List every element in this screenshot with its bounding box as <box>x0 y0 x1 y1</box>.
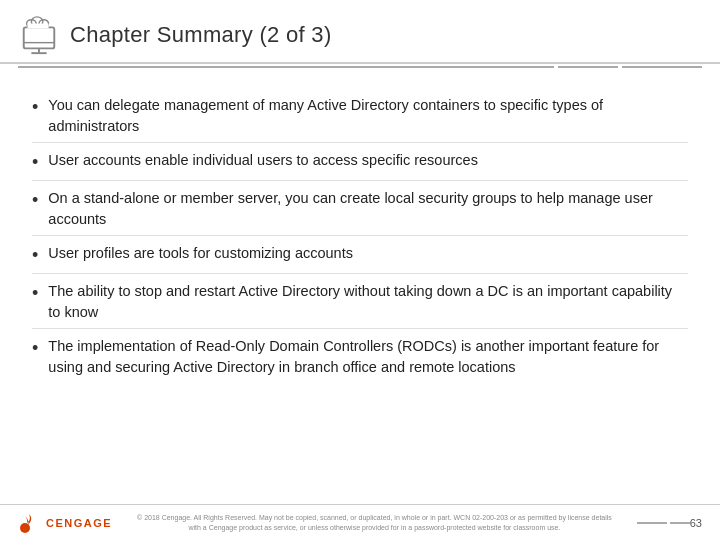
bullet-dot: • <box>32 335 38 361</box>
bullet-text: On a stand-alone or member server, you c… <box>48 188 688 230</box>
slide-footer: CENGAGE © 2018 Cengage. All Rights Reser… <box>0 504 720 540</box>
list-item: • The implementation of Read-Only Domain… <box>32 329 688 383</box>
svg-point-8 <box>20 523 30 533</box>
page-title: Chapter Summary (2 of 3) <box>70 22 332 48</box>
bullet-text: The ability to stop and restart Active D… <box>48 281 688 323</box>
bullet-text: You can delegate management of many Acti… <box>48 95 688 137</box>
slide-container: Chapter Summary (2 of 3) • You can deleg… <box>0 0 720 540</box>
footer-decoration <box>637 522 690 524</box>
page-number: 63 <box>690 517 702 529</box>
bullet-text: User accounts enable individual users to… <box>48 150 688 171</box>
bullet-dot: • <box>32 187 38 213</box>
list-item: • User profiles are tools for customizin… <box>32 236 688 274</box>
slide-header: Chapter Summary (2 of 3) <box>0 0 720 64</box>
bullet-dot: • <box>32 242 38 268</box>
bullet-text: User profiles are tools for customizing … <box>48 243 688 264</box>
list-item: • The ability to stop and restart Active… <box>32 274 688 329</box>
bullet-dot: • <box>32 149 38 175</box>
copyright-text: © 2018 Cengage. All Rights Reserved. May… <box>112 513 637 531</box>
bullet-dot: • <box>32 94 38 120</box>
list-item: • On a stand-alone or member server, you… <box>32 181 688 236</box>
list-item: • You can delegate management of many Ac… <box>32 88 688 143</box>
cloud-monitor-icon <box>18 14 60 56</box>
svg-rect-7 <box>28 24 49 29</box>
cengage-logo: CENGAGE <box>18 512 112 534</box>
slide-content: • You can delegate management of many Ac… <box>0 70 720 504</box>
svg-rect-0 <box>24 27 55 48</box>
bullet-list: • You can delegate management of many Ac… <box>32 88 688 383</box>
list-item: • User accounts enable individual users … <box>32 143 688 181</box>
bullet-text: The implementation of Read-Only Domain C… <box>48 336 688 378</box>
cengage-flame-icon <box>18 512 40 534</box>
bullet-dot: • <box>32 280 38 306</box>
brand-label: CENGAGE <box>46 517 112 529</box>
